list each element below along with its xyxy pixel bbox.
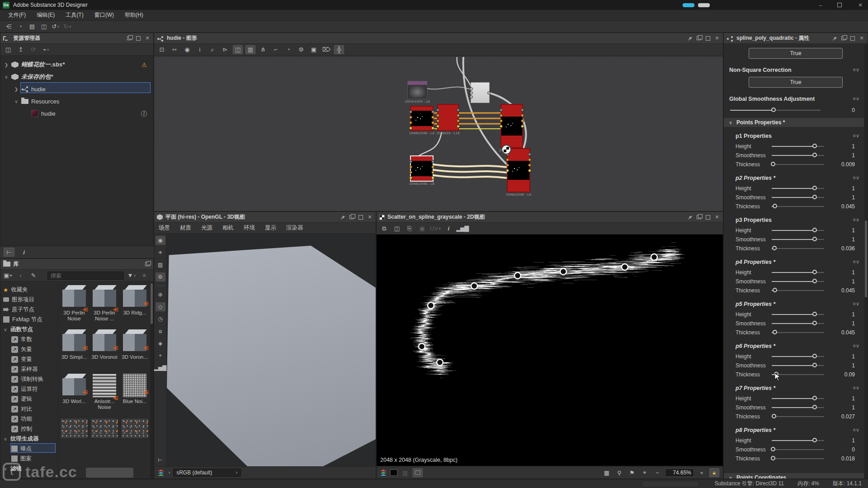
output-port[interactable] <box>431 165 434 169</box>
tree-item-蝴蝶花纹一.sbs*[interactable]: ❯蝴蝶花纹一.sbs*⚠ <box>0 59 153 70</box>
zoom-level-input[interactable] <box>665 469 694 477</box>
output-port[interactable] <box>431 116 434 119</box>
edit-pencil-icon[interactable]: ✎ <box>28 271 38 280</box>
maximize-panel-icon[interactable] <box>135 36 142 41</box>
float-panel-icon[interactable] <box>144 262 151 267</box>
maximize-panel-icon[interactable] <box>358 215 364 220</box>
info-tab[interactable]: i <box>19 248 29 257</box>
input-port[interactable] <box>470 95 473 99</box>
redo-icon[interactable]: ↻∨ <box>62 22 72 31</box>
graph-node-scatter-1[interactable]: 2048x2048 - L8 <box>410 106 434 131</box>
slider-knob[interactable] <box>812 270 817 274</box>
library-category-变量[interactable]: ↗变量 <box>11 355 32 364</box>
view3d-tool-2[interactable]: ▨ <box>156 260 165 269</box>
property-slider[interactable] <box>772 206 824 207</box>
graph-tool-7[interactable]: ▥ <box>245 45 255 54</box>
input-port[interactable] <box>436 108 439 112</box>
property-slider[interactable] <box>772 332 824 333</box>
output-port[interactable] <box>521 125 524 128</box>
library-asset-3D Perlin Noise[interactable]: ⋲3D Perlin Noise <box>60 285 88 322</box>
input-port[interactable] <box>470 87 473 90</box>
property-slider[interactable] <box>772 290 824 291</box>
library-scrollbar[interactable] <box>150 282 153 479</box>
output-port[interactable] <box>521 114 524 117</box>
channels-icon[interactable] <box>380 469 387 476</box>
slider-knob[interactable] <box>812 438 817 442</box>
property-slider[interactable] <box>772 146 824 147</box>
bool-button-true[interactable]: True <box>749 77 843 88</box>
slider-knob[interactable] <box>772 246 777 250</box>
reload-icon[interactable]: ⟳ <box>28 45 38 54</box>
property-slider[interactable] <box>772 323 824 324</box>
menu-4[interactable]: 帮助(H) <box>120 10 148 20</box>
input-port[interactable] <box>409 176 412 179</box>
menu-3[interactable]: 窗口(W) <box>90 10 118 20</box>
output-port[interactable] <box>431 160 434 163</box>
maximize-panel-icon[interactable] <box>849 36 856 41</box>
spline-control-point-7[interactable] <box>622 264 628 270</box>
spline-control-point-4[interactable] <box>471 283 477 289</box>
save-package-icon[interactable]: ◫ <box>3 45 13 54</box>
library-category-函数节点[interactable]: ∨函数节点 <box>3 325 33 334</box>
library-category-功能[interactable]: ↗功能 <box>11 414 32 423</box>
color-profile-select[interactable]: sRGB (default)∨ <box>173 469 241 477</box>
community-icon[interactable]: ◔ <box>15 22 25 31</box>
view3d-menu-6[interactable]: 渲染器 <box>286 224 303 232</box>
graph-tool-2[interactable]: ◉ <box>182 45 192 54</box>
close-panel-icon[interactable]: ✕ <box>714 36 720 41</box>
property-slider[interactable] <box>772 449 824 450</box>
slider-knob[interactable] <box>773 288 777 292</box>
property-slider[interactable] <box>772 398 824 399</box>
graph-tool-8[interactable]: ⋔ <box>258 45 268 54</box>
library-asset-3D Simpl...[interactable]: ⋲3D Simpl... <box>60 329 88 360</box>
slider-knob[interactable] <box>771 108 776 112</box>
mannequin-icon[interactable]: ⚲ <box>614 468 624 477</box>
graph-node-scatter-2[interactable]: 2048x2048 - L8 <box>410 155 434 182</box>
display-filter-icon[interactable]: 🖵︎ <box>413 468 423 477</box>
library-category-纹理生成器[interactable]: ∨纹理生成器 <box>3 434 39 443</box>
library-asset-noise[interactable] <box>60 418 88 439</box>
info-icon[interactable]: i <box>443 224 453 233</box>
menu-2[interactable]: 工具(T) <box>61 10 88 20</box>
view3d-viewport[interactable] <box>167 234 376 467</box>
property-slider[interactable] <box>772 248 824 249</box>
preset-menu-icon[interactable]: ≡∨ <box>853 301 859 307</box>
chevron-icon[interactable]: ❯ <box>4 62 9 67</box>
input-port[interactable] <box>409 127 412 130</box>
library-asset-Blue Noi...[interactable]: ⋲Blue Noi... <box>121 374 149 404</box>
ghost-icon[interactable]: ◗ <box>16 271 26 280</box>
property-slider[interactable] <box>772 314 824 315</box>
property-slider[interactable] <box>772 365 824 366</box>
library-category-强制转换[interactable]: ↗强制转换 <box>11 375 43 384</box>
preset-menu-icon[interactable]: ≡∨ <box>853 427 859 433</box>
view3d-tool-11[interactable]: ▂▅▇ <box>156 363 165 372</box>
pin-icon[interactable]: 📌︎ <box>340 215 346 220</box>
info-icon[interactable]: i <box>141 111 147 117</box>
save-icon[interactable]: ◫ <box>39 22 49 31</box>
slider-knob[interactable] <box>812 153 817 157</box>
slider-knob[interactable] <box>771 447 775 451</box>
export-package-icon[interactable]: ↥ <box>16 45 26 54</box>
property-slider[interactable] <box>772 239 824 240</box>
graph-tool-5[interactable]: ⊳ <box>220 45 230 54</box>
maximize-button[interactable] <box>837 3 842 7</box>
input-port[interactable] <box>500 108 503 112</box>
color-layers-icon[interactable] <box>158 469 165 476</box>
view3d-menu-5[interactable]: 显示 <box>265 224 276 232</box>
tree-item-Resources[interactable]: ∨Resources <box>0 96 153 107</box>
property-slider[interactable] <box>772 188 824 189</box>
graph-node-gradient[interactable]: 2048x16 - L16 <box>437 104 459 131</box>
open-folder-icon[interactable]: ▤ <box>27 22 37 31</box>
preset-menu-icon[interactable]: ≡∨ <box>853 67 859 73</box>
output-port[interactable] <box>457 119 460 122</box>
background-swatch[interactable] <box>390 469 397 476</box>
chevron-icon[interactable]: ∨ <box>14 99 19 104</box>
library-asset-noise[interactable] <box>121 418 149 439</box>
spline-control-point-1[interactable] <box>437 359 443 366</box>
library-category-运算符[interactable]: ↗运算符 <box>11 385 38 394</box>
preset-menu-icon[interactable]: ≡∨ <box>853 217 859 223</box>
input-port[interactable] <box>436 119 439 122</box>
input-port[interactable] <box>409 121 412 124</box>
graph-tool-4[interactable]: ⌕ <box>208 45 217 54</box>
property-slider[interactable] <box>772 155 824 156</box>
